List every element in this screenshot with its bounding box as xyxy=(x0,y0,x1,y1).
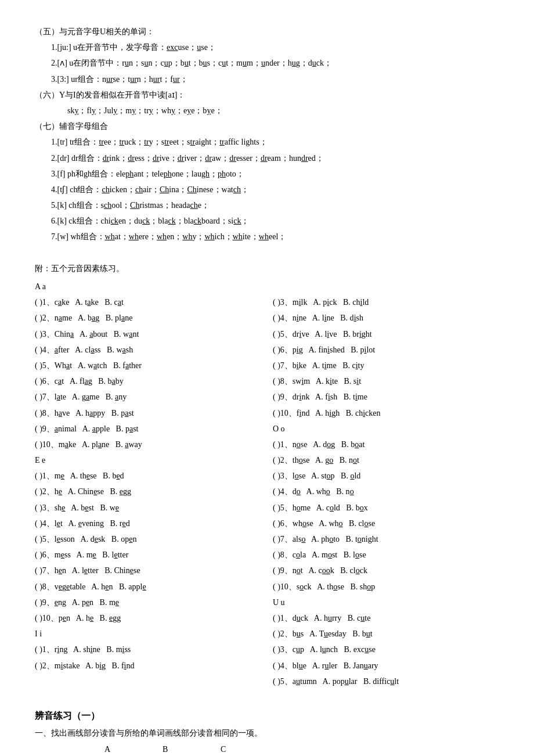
page-content: （五）与元音字母U相关的单词： 1.[ju:] u在开音节中，发字母音：excu… xyxy=(35,24,499,756)
oo-7: ( )7、also A. photo B. tonight xyxy=(273,532,499,546)
oo-6: ( )6、whose A. who B. close xyxy=(273,516,499,531)
aa-4: ( )4、after A. class B. wash xyxy=(35,343,261,357)
ee-5: ( )5、lesson A. desk B. open xyxy=(35,532,261,546)
section-5-item-1: 1.[ju:] u在开音节中，发字母音：excuse；use； xyxy=(35,40,499,55)
section-7-item-2: 2.[dr] dr组合：drink；dress；drive；driver；dra… xyxy=(35,151,499,165)
section-6-title: （六）Y与I的发音相似在开音节中读[aɪ]： xyxy=(35,88,499,102)
ii-6: ( )6、pig A. finished B. pilot xyxy=(273,343,499,357)
ii-5: ( )5、drive A. live B. bright xyxy=(273,327,499,341)
ee-6: ( )6、mess A. me B. letter xyxy=(35,548,261,562)
ee-8: ( )8、vegetable A. hen B. apple xyxy=(35,579,261,594)
appendix-title: 附：五个元音因素练习。 xyxy=(35,261,499,276)
vowel-oo-header: O o xyxy=(273,422,499,436)
ii-1: ( )1、ring A. shine B. miss xyxy=(35,642,261,657)
section-7-item-1: 1.[tr] tr组合：tree；truck；try；street；straig… xyxy=(35,135,499,149)
ee-7: ( )7、hen A. letter B. Chinese xyxy=(35,563,261,578)
aa-7: ( )7、late A. game B. any xyxy=(35,390,261,404)
section-7-item-3: 3.[f] ph和gh组合：elephant；telephone；laugh；p… xyxy=(35,167,499,181)
uu-2: ( )2、bus A. Tuesday B. but xyxy=(273,627,499,641)
ee-1: ( )1、me A. these B. bed xyxy=(35,469,261,483)
aa-8: ( )8、have A. happy B. past xyxy=(35,406,261,420)
ee-10: ( )10、pen A. he B. egg xyxy=(35,611,261,625)
section-5-item-3: 3.[3:] ur组合：nurse；turn；hurt；fur； xyxy=(35,72,499,87)
vowel-exercises: A a ( )1、cake A. take B. cat ( )2、name A… xyxy=(35,278,499,690)
vowel-aa-header: A a xyxy=(35,279,261,294)
ii-9: ( )9、drink A. fish B. time xyxy=(273,390,499,404)
section-7-item-7: 7.[w] wh组合：what；where；when；why；which；whi… xyxy=(35,229,499,244)
ii-right-header-spacer xyxy=(273,279,499,294)
aa-2: ( )2、name A. bag B. plane xyxy=(35,311,261,325)
bianyin-table: A B C ( )1. black come cinema chair ( )2… xyxy=(35,743,499,756)
ii-3: ( )3、milk A. pick B. child xyxy=(273,295,499,309)
section-7-item-5: 5.[k] ch组合：school；Christmas；headache； xyxy=(35,198,499,213)
bianyin-title: 辨音练习（一） xyxy=(35,708,499,725)
section-7-item-6: 6.[k] ck组合：chicken；duck；black；blackboard… xyxy=(35,214,499,228)
aa-10: ( )10、make A. plane B. away xyxy=(35,437,261,452)
section-7-title: （七）辅音字母组合 xyxy=(35,119,499,134)
vowel-ee-header: E e xyxy=(35,453,261,467)
bianyin-header-row: A B C xyxy=(35,743,499,756)
section-7-item-4: 4.[tʃ] ch组合：chicken；chair；China；Chinese；… xyxy=(35,182,499,197)
ee-4: ( )4、let A. evening B. red xyxy=(35,516,261,531)
aa-6: ( )6、cat A. flag B. baby xyxy=(35,374,261,388)
right-column: ( )3、milk A. pick B. child ( )4、nine A. … xyxy=(273,278,499,690)
ii-4: ( )4、nine A. line B. dish xyxy=(273,311,499,325)
uu-5: ( )5、autumn A. popular B. difficult xyxy=(273,674,499,689)
uu-1: ( )1、duck A. hurry B. cute xyxy=(273,611,499,625)
ii-8: ( )8、swim A. kite B. sit xyxy=(273,374,499,388)
vowel-uu-header: U u xyxy=(273,595,499,610)
oo-5: ( )5、home A. cold B. box xyxy=(273,501,499,515)
oo-4: ( )4、do A. who B. no xyxy=(273,484,499,499)
uu-3: ( )3、cup A. lunch B. excuse xyxy=(273,642,499,657)
ii-7: ( )7、bike A. time B. city xyxy=(273,358,499,373)
aa-3: ( )3、China A. about B. want xyxy=(35,327,261,341)
ee-3: ( )3、she A. best B. we xyxy=(35,501,261,515)
ii-2: ( )2、mistake A. big B. find xyxy=(35,658,261,673)
ee-2: ( )2、he A. Chinese B. egg xyxy=(35,484,261,499)
left-column: A a ( )1、cake A. take B. cat ( )2、name A… xyxy=(35,278,261,690)
oo-8: ( )8、cola A. most B. lose xyxy=(273,548,499,562)
uu-4: ( )4、blue A. ruler B. January xyxy=(273,658,499,673)
oo-3: ( )3、lose A. stop B. old xyxy=(273,469,499,483)
ii-10: ( )10、find A. high B. chicken xyxy=(273,406,499,420)
section-5-item-2: 2.[ʌ] u在闭音节中：run；sun；cup；but；bus；cut；mum… xyxy=(35,56,499,70)
oo-1: ( )1、nose A. dog B. boat xyxy=(273,437,499,452)
section-6-items: sky；fly；July；my；try；why；eye；bye； xyxy=(35,103,499,118)
aa-1: ( )1、cake A. take B. cat xyxy=(35,295,261,309)
oo-2: ( )2、those A. go B. not xyxy=(273,453,499,467)
bianyin-subtitle: 一、找出画线部分读音与所给的单词画线部分读音相同的一项。 xyxy=(35,726,499,740)
vowel-ii-header: I i xyxy=(35,627,261,641)
oo-9: ( )9、not A. cook B. clock xyxy=(273,563,499,578)
aa-9: ( )9、animal A. apple B. past xyxy=(35,422,261,436)
aa-5: ( )5、What A. watch B. father xyxy=(35,358,261,373)
ee-9: ( )9、eng A. pen B. me xyxy=(35,595,261,610)
section-5-title: （五）与元音字母U相关的单词： xyxy=(35,24,499,39)
oo-10: ( )10、sock A. those B. shop xyxy=(273,579,499,594)
